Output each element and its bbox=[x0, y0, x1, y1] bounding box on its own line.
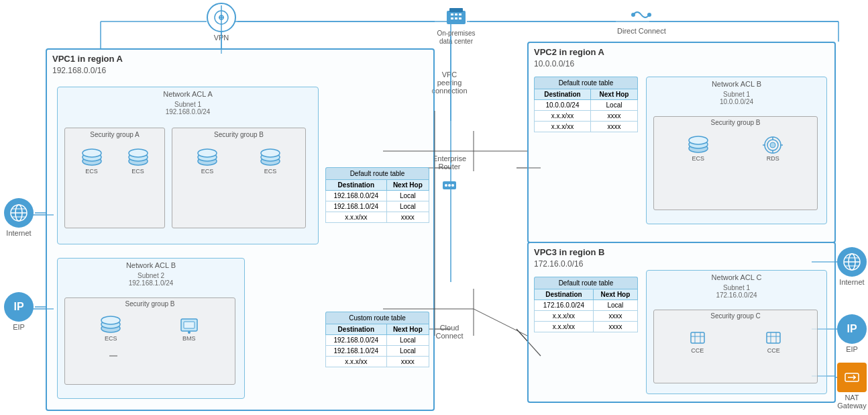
hop-header-custom: Next Hop bbox=[386, 324, 429, 335]
sg-c-vpc3-box: Security group C CCE bbox=[653, 310, 818, 383]
enterprise-router-label: EnterpriseRouter bbox=[429, 154, 470, 171]
vpc2-default-route-table: Default route table Destination Next Hop… bbox=[534, 77, 638, 132]
ecs-icon-2: ECS bbox=[126, 148, 150, 175]
sg-b-acla-label: Security group B bbox=[172, 128, 305, 141]
svg-point-30 bbox=[451, 184, 454, 187]
vpc2-subnet1-label: Subnet 1 bbox=[647, 91, 826, 98]
svg-rect-56 bbox=[767, 332, 780, 343]
rds-label: RDS bbox=[767, 155, 779, 162]
svg-point-51 bbox=[689, 136, 708, 144]
svg-rect-47 bbox=[184, 322, 195, 328]
ecs-icon-vpc1aclb: ECS bbox=[99, 315, 123, 342]
ecs-icon-vpc2: ECS bbox=[686, 135, 710, 162]
subnet2-cidr: 192.168.1.0/24 bbox=[58, 279, 244, 287]
ecs-label-1: ECS bbox=[85, 168, 98, 175]
ecs-label-2: ECS bbox=[131, 168, 144, 175]
dest-header-1: Destination bbox=[326, 180, 387, 191]
svg-rect-18 bbox=[449, 8, 463, 12]
vpc2-default-rt-header: Default route table bbox=[534, 77, 638, 89]
on-premises-label: On-premisesdata center bbox=[437, 30, 475, 46]
cloud-connect-label: Cloud Connect bbox=[429, 324, 470, 340]
svg-point-54 bbox=[770, 142, 775, 148]
vpc3-label: VPC3 in region B bbox=[534, 247, 604, 257]
vpc1-default-route-table: Default route table Destination Next Hop… bbox=[325, 167, 429, 223]
svg-rect-22 bbox=[451, 17, 453, 19]
direct-connect-label: Direct Connect bbox=[617, 27, 666, 35]
internet-left-label: Internet bbox=[6, 229, 31, 237]
vpn-icon: VPN bbox=[207, 3, 236, 42]
nacl-c-vpc3-box: Network ACL C Subnet 1 172.16.0.0/24 Sec… bbox=[646, 270, 827, 394]
sg-b-acla-box: Security group B ECS bbox=[172, 128, 306, 228]
svg-point-33 bbox=[83, 149, 101, 157]
svg-rect-21 bbox=[459, 13, 462, 15]
nacl-a-label: Network ACL A bbox=[58, 87, 318, 101]
nacl-b-vpc2-label: Network ACL B bbox=[647, 77, 826, 91]
enterprise-router-icon bbox=[439, 175, 459, 195]
nacl-b-vpc2-box: Network ACL B Subnet 1 10.0.0.0/24 Secur… bbox=[646, 77, 827, 224]
nacl-c-vpc3-label: Network ACL C bbox=[647, 271, 826, 284]
sg-b-aclb-box: Security group B ECS bbox=[64, 297, 235, 385]
nacl-b-vpc1-box: Network ACL B Subnet 2 192.168.1.0/24 Se… bbox=[57, 258, 245, 399]
svg-rect-23 bbox=[455, 17, 457, 19]
ecs-icon-4: ECS bbox=[258, 148, 282, 175]
vpc3-subnet1-label: Subnet 1 bbox=[647, 284, 826, 291]
vpc2-label: VPC2 in region A bbox=[534, 47, 604, 57]
subnet2-label: Subnet 2 bbox=[58, 272, 244, 279]
nat-gateway-icon: NATGateway bbox=[837, 363, 867, 410]
nat-gateway-label: NATGateway bbox=[837, 394, 866, 410]
bms-label: BMS bbox=[182, 335, 196, 342]
rds-icon: RDS bbox=[761, 135, 785, 162]
bms-icon: BMS bbox=[177, 315, 201, 342]
vpc1-label: VPC1 in region A bbox=[52, 54, 123, 64]
svg-rect-55 bbox=[691, 332, 704, 343]
vpn-label: VPN bbox=[214, 34, 229, 42]
vpc1-custom-route-table: Custom route table Destination Next Hop … bbox=[325, 312, 429, 367]
ecs-label-vpc2: ECS bbox=[692, 155, 704, 162]
ecs-label-3: ECS bbox=[201, 168, 214, 175]
sg-a-box: Security group A ECS bbox=[64, 128, 165, 228]
cce-label-1: CCE bbox=[691, 347, 704, 354]
vpc3-cidr: 172.16.0.0/16 bbox=[534, 259, 583, 269]
subnet1-label: Subnet 1 bbox=[58, 101, 318, 108]
eip-left-icon: IP EIP bbox=[4, 292, 34, 331]
cce-icon-1: CCE bbox=[686, 327, 710, 354]
dest-header-custom: Destination bbox=[326, 324, 387, 335]
ecs-icon-3: ECS bbox=[195, 148, 219, 175]
vpc3-default-route-table: Default route table Destination Next Hop… bbox=[534, 277, 638, 332]
vpc-peering-label: VPC peeringconnection bbox=[429, 71, 470, 95]
sg-b-vpc2-label: Security group B bbox=[654, 117, 817, 128]
subnet1-cidr: 192.168.0.0/24 bbox=[58, 108, 318, 116]
svg-rect-24 bbox=[459, 17, 462, 19]
svg-point-36 bbox=[129, 149, 148, 157]
ecs-label-vpc1aclb: ECS bbox=[105, 335, 117, 342]
svg-point-25 bbox=[647, 13, 651, 17]
vpc3-default-rt-header: Default route table bbox=[534, 277, 638, 289]
svg-point-29 bbox=[448, 184, 451, 187]
vpc3-subnet1-cidr: 172.16.0.0/24 bbox=[647, 291, 826, 299]
internet-right-label: Internet bbox=[839, 278, 864, 286]
vpc1-custom-rt-header: Custom route table bbox=[325, 312, 429, 324]
svg-point-26 bbox=[631, 13, 635, 17]
eip-right-label: EIP bbox=[846, 345, 858, 353]
vpc1-box: VPC1 in region A 192.168.0.0/16 Network … bbox=[46, 48, 435, 411]
vpc3-box: VPC3 in region B 172.16.0.0/16 Default r… bbox=[527, 242, 836, 403]
vpc2-cidr: 10.0.0.0/16 bbox=[534, 59, 574, 68]
hop-header-1: Next Hop bbox=[386, 180, 429, 191]
svg-point-39 bbox=[198, 149, 217, 157]
svg-point-48 bbox=[188, 331, 191, 334]
sg-b-vpc2-box: Security group B ECS bbox=[653, 116, 818, 210]
nacl-b-vpc1-label: Network ACL B bbox=[58, 259, 244, 272]
eip-right-icon: IP EIP bbox=[837, 314, 867, 353]
cce-icon-2: CCE bbox=[761, 327, 785, 354]
svg-rect-20 bbox=[455, 13, 457, 15]
vpc2-box: VPC2 in region A 10.0.0.0/16 Default rou… bbox=[527, 42, 836, 243]
eip-left-label: EIP bbox=[13, 323, 25, 331]
sg-a-label: Security group A bbox=[65, 128, 164, 141]
internet-right-icon: Internet bbox=[837, 247, 867, 286]
ecs-icon-1: ECS bbox=[80, 148, 104, 175]
svg-point-42 bbox=[261, 149, 280, 157]
sg-c-vpc3-label: Security group C bbox=[654, 310, 817, 322]
cce-label-2: CCE bbox=[767, 347, 780, 354]
internet-left-icon: Internet bbox=[4, 198, 34, 237]
nacl-a-box: Network ACL A Subnet 1 192.168.0.0/24 Se… bbox=[57, 87, 319, 244]
